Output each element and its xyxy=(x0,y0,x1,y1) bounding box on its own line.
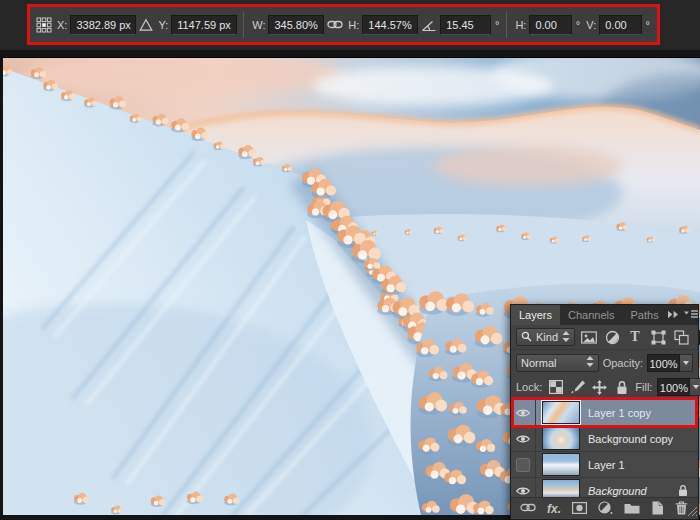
lock-row: Lock: Fill: 100% xyxy=(511,375,698,400)
width-value-field[interactable]: 345.80% xyxy=(268,15,324,35)
kind-updown-icon xyxy=(562,331,570,344)
filter-toggle-icon[interactable] xyxy=(695,329,700,346)
transform-options-bar: X: 3382.89 px Y: 1147.59 px W: 345.80% H… xyxy=(27,4,660,45)
fill-label: Fill: xyxy=(635,381,652,393)
panel-menu-icon[interactable] xyxy=(684,309,698,321)
layer-name[interactable]: Layer 1 copy xyxy=(588,407,651,419)
blend-mode-value: Normal xyxy=(521,357,582,369)
eye-icon xyxy=(516,434,530,444)
layer-name[interactable]: Background xyxy=(588,485,647,497)
blend-mode-dropdown[interactable]: Normal xyxy=(516,354,599,372)
adjustment-layer-filter-icon[interactable] xyxy=(603,329,621,346)
skew-v-label: V: xyxy=(586,19,596,31)
hidden-layer-box-icon xyxy=(516,458,530,472)
new-layer-icon[interactable] xyxy=(651,501,664,517)
skew-h-value-field[interactable]: 0.00 xyxy=(529,15,571,35)
eye-icon xyxy=(516,408,530,418)
layer-thumbnail[interactable] xyxy=(542,401,580,424)
lock-position-icon[interactable] xyxy=(591,379,608,395)
opacity-dropdown-icon[interactable] xyxy=(680,354,693,372)
fill-dropdown-icon[interactable] xyxy=(690,378,700,396)
panel-tab-bar: Layers Channels Paths xyxy=(511,305,698,325)
y-label: Y: xyxy=(158,19,168,31)
width-label: W: xyxy=(252,19,265,31)
skew-v-value-field[interactable]: 0.00 xyxy=(599,15,641,35)
height-label: H: xyxy=(348,19,359,31)
pixel-layer-filter-icon[interactable] xyxy=(580,329,598,346)
photoshop-window: X: 3382.89 px Y: 1147.59 px W: 345.80% H… xyxy=(0,0,700,520)
layer-row-layer-1[interactable]: Layer 1 xyxy=(511,452,698,478)
skew-h-degree-symbol: ° xyxy=(575,19,581,31)
shape-layer-filter-icon[interactable] xyxy=(649,329,667,346)
layer-name[interactable]: Background copy xyxy=(588,433,673,445)
blend-mode-row: Normal Opacity: 100% xyxy=(511,350,698,375)
y-value-field[interactable]: 1147.59 px xyxy=(171,15,237,35)
layers-panel: Layers Channels Paths Kind xyxy=(510,304,699,520)
fill-value[interactable]: 100% xyxy=(657,378,690,396)
reference-point-locator-icon[interactable] xyxy=(36,17,52,33)
type-layer-filter-icon[interactable]: T xyxy=(626,329,644,346)
new-adjustment-layer-icon[interactable] xyxy=(598,501,613,516)
visibility-toggle[interactable] xyxy=(511,400,536,425)
layer-row-background-copy[interactable]: Background copy xyxy=(511,426,698,452)
new-group-folder-icon[interactable] xyxy=(624,502,640,516)
layer-style-fx-icon[interactable]: fx. xyxy=(547,503,561,515)
resize-grip-icon[interactable] xyxy=(688,506,697,518)
x-value-field[interactable]: 3382.89 px xyxy=(70,15,136,35)
toolbar-separator xyxy=(506,12,507,38)
layer-filter-row: Kind T xyxy=(511,325,698,350)
opacity-value[interactable]: 100% xyxy=(647,354,680,372)
lock-transparency-icon[interactable] xyxy=(547,379,564,395)
skew-h-label: H: xyxy=(515,19,526,31)
lock-label: Lock: xyxy=(516,381,542,393)
tab-layers[interactable]: Layers xyxy=(511,305,560,325)
opacity-control[interactable]: 100% xyxy=(647,354,693,372)
layer-thumbnail[interactable] xyxy=(542,453,580,476)
visibility-toggle[interactable] xyxy=(511,452,536,477)
rotate-angle-icon[interactable] xyxy=(421,18,437,32)
angle-value-field[interactable]: 15.45 xyxy=(440,15,491,35)
search-icon xyxy=(521,331,532,344)
height-value-field[interactable]: 144.57% xyxy=(362,15,418,35)
kind-filter-dropdown[interactable]: Kind xyxy=(516,328,575,346)
layers-list: Layer 1 copy Background copy Layer 1 xyxy=(511,400,698,504)
maintain-aspect-link-icon[interactable] xyxy=(327,18,343,31)
layer-row-layer-1-copy[interactable]: Layer 1 copy xyxy=(511,400,698,426)
background-lock-icon xyxy=(677,484,689,497)
relative-position-icon[interactable] xyxy=(139,18,153,32)
lock-all-icon[interactable] xyxy=(613,379,630,395)
opacity-label: Opacity: xyxy=(603,357,643,369)
tab-channels[interactable]: Channels xyxy=(560,305,622,325)
layers-panel-footer: fx. xyxy=(511,497,698,519)
eye-icon xyxy=(516,486,530,496)
panel-collapse-icon[interactable] xyxy=(667,309,680,321)
layer-thumbnail[interactable] xyxy=(542,427,580,450)
blend-updown-icon xyxy=(586,356,594,369)
layer-name[interactable]: Layer 1 xyxy=(588,459,625,471)
visibility-toggle[interactable] xyxy=(511,426,536,451)
toolbar-separator xyxy=(243,12,244,38)
tab-paths[interactable]: Paths xyxy=(623,305,667,325)
lock-pixels-brush-icon[interactable] xyxy=(569,379,586,395)
add-mask-icon[interactable] xyxy=(572,502,587,516)
x-label: X: xyxy=(57,19,67,31)
link-layers-icon[interactable] xyxy=(520,502,536,515)
angle-degree-symbol: ° xyxy=(494,19,500,31)
skew-v-degree-symbol: ° xyxy=(645,19,651,31)
kind-filter-label: Kind xyxy=(536,331,558,343)
smart-object-filter-icon[interactable] xyxy=(672,329,690,346)
delete-layer-trash-icon[interactable] xyxy=(675,501,688,517)
fill-control[interactable]: 100% xyxy=(657,378,700,396)
